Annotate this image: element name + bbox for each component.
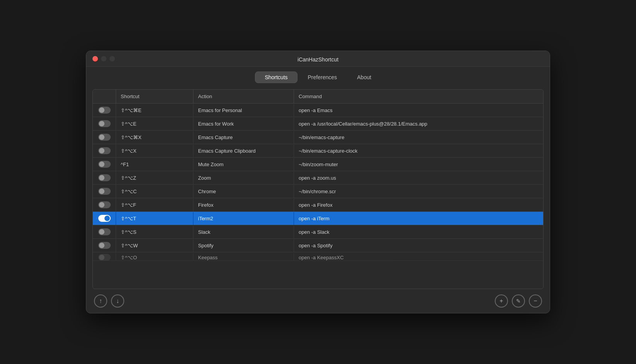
action-value: iTerm2: [193, 212, 294, 225]
titlebar: iCanHazShortcut: [86, 51, 550, 67]
command-value: ~/bin/emacs-capture-clock: [294, 145, 543, 157]
app-window: iCanHazShortcut Shortcuts Preferences Ab…: [86, 51, 550, 313]
table-row[interactable]: ⇧^⌥⌘X Emacs Capture ~/bin/emacs-capture: [93, 131, 543, 144]
close-button[interactable]: [92, 56, 98, 61]
command-value: open -a Firefox: [294, 199, 543, 211]
toggle-cell[interactable]: [93, 239, 116, 252]
action-value: Chrome: [193, 185, 294, 198]
shortcut-value: ⇧^⌥W: [116, 239, 193, 252]
tab-about[interactable]: About: [347, 71, 381, 83]
table-row[interactable]: ⇧^⌥X Emacs Capture Clipboard ~/bin/emacs…: [93, 144, 543, 158]
action-value: Mute Zoom: [193, 158, 294, 171]
toggle-switch[interactable]: [98, 215, 111, 222]
action-value: Firefox: [193, 199, 294, 211]
action-value: Keepass: [193, 253, 294, 261]
traffic-lights: [92, 56, 115, 61]
col-command: Command: [294, 90, 543, 103]
col-action: Action: [193, 90, 294, 103]
table-row[interactable]: ⇧^⌥S Slack open -a Slack: [93, 225, 543, 239]
toggle-switch[interactable]: [98, 174, 111, 181]
table-row[interactable]: ⇧^⌥E Emacs for Work open -a /usr/local/C…: [93, 117, 543, 131]
table-row[interactable]: ⇧^⌥Z Zoom open -a zoom.us: [93, 171, 543, 185]
table-row-partial[interactable]: ⇧^⌥O Keepass open -a KeepassXC: [93, 252, 543, 261]
action-value: Emacs for Personal: [193, 104, 294, 117]
action-value: Zoom: [193, 172, 294, 184]
shortcut-value: ⇧^⌥C: [116, 185, 193, 198]
toggle-cell[interactable]: [93, 131, 116, 144]
toggle-cell[interactable]: [93, 212, 116, 225]
command-value: open -a /usr/local/Cellar/emacs-plus@28/…: [294, 117, 543, 130]
toggle-switch[interactable]: [98, 188, 111, 195]
toggle-cell[interactable]: [93, 198, 116, 211]
table-row[interactable]: ^F1 Mute Zoom ~/bin/zoom-muter: [93, 158, 543, 171]
tab-shortcuts[interactable]: Shortcuts: [255, 71, 297, 83]
shortcut-value: ⇧^⌥⌘X: [116, 131, 193, 144]
toggle-cell[interactable]: [93, 185, 116, 198]
command-value: ~/bin/emacs-capture: [294, 131, 543, 144]
edit-button[interactable]: ✎: [512, 294, 525, 308]
table-row[interactable]: ⇧^⌥W Spotify open -a Spotify: [93, 239, 543, 252]
shortcut-value: ⇧^⌥⌘E: [116, 104, 193, 117]
toggle-switch[interactable]: [98, 120, 111, 127]
table-row[interactable]: ⇧^⌥F Firefox open -a Firefox: [93, 198, 543, 212]
shortcut-value: ⇧^⌥S: [116, 226, 193, 238]
move-up-icon: ↑: [99, 298, 102, 304]
table-header: Shortcut Action Command: [93, 90, 543, 104]
move-down-button[interactable]: ↓: [111, 294, 124, 308]
add-icon: +: [499, 298, 503, 304]
command-value: open -a iTerm: [294, 212, 543, 225]
maximize-button[interactable]: [109, 56, 115, 61]
remove-icon: −: [533, 298, 537, 304]
toggle-cell[interactable]: [93, 117, 116, 130]
table-row-selected[interactable]: ⇧^⌥T iTerm2 open -a iTerm: [93, 212, 543, 225]
command-value: open -a KeepassXC: [294, 253, 543, 261]
command-value: ~/bin/zoom-muter: [294, 158, 543, 171]
toggle-cell[interactable]: [93, 171, 116, 184]
shortcuts-table: Shortcut Action Command ⇧^⌥⌘E Emacs for …: [92, 89, 544, 289]
shortcut-value: ⇧^⌥F: [116, 199, 193, 211]
tab-bar: Shortcuts Preferences About: [86, 67, 550, 89]
command-value: open -a Spotify: [294, 239, 543, 252]
table-row[interactable]: ⇧^⌥⌘E Emacs for Personal open -a Emacs: [93, 104, 543, 117]
toolbar-left: ↑ ↓: [94, 294, 124, 308]
toolbar: ↑ ↓ + ✎ −: [92, 289, 544, 313]
command-value: ~/bin/chrome.scr: [294, 185, 543, 198]
action-value: Spotify: [193, 239, 294, 252]
toggle-switch[interactable]: [98, 242, 111, 249]
toggle-switch[interactable]: [98, 201, 111, 208]
toggle-cell[interactable]: [93, 225, 116, 238]
col-shortcut: Shortcut: [116, 90, 193, 103]
shortcut-value: ⇧^⌥Z: [116, 172, 193, 184]
shortcut-value: ^F1: [116, 158, 193, 171]
move-up-button[interactable]: ↑: [94, 294, 107, 308]
col-toggle: [93, 90, 116, 103]
table-body: ⇧^⌥⌘E Emacs for Personal open -a Emacs ⇧…: [93, 104, 543, 289]
toggle-switch[interactable]: [98, 254, 111, 261]
toggle-switch[interactable]: [98, 228, 111, 235]
toggle-switch[interactable]: [98, 134, 111, 141]
action-value: Emacs for Work: [193, 117, 294, 130]
toggle-cell[interactable]: [93, 158, 116, 171]
toggle-switch[interactable]: [98, 161, 111, 168]
shortcut-value: ⇧^⌥T: [116, 212, 193, 225]
shortcut-value: ⇧^⌥E: [116, 117, 193, 130]
command-value: open -a Slack: [294, 226, 543, 238]
toggle-switch[interactable]: [98, 107, 111, 114]
toggle-cell[interactable]: [93, 144, 116, 157]
minimize-button[interactable]: [101, 56, 106, 61]
main-content: Shortcut Action Command ⇧^⌥⌘E Emacs for …: [86, 89, 550, 313]
command-value: open -a zoom.us: [294, 172, 543, 184]
table-row[interactable]: ⇧^⌥C Chrome ~/bin/chrome.scr: [93, 185, 543, 198]
toolbar-right: + ✎ −: [495, 294, 542, 308]
toggle-cell[interactable]: [93, 252, 116, 261]
add-button[interactable]: +: [495, 294, 508, 308]
toggle-switch[interactable]: [98, 147, 111, 154]
command-value: open -a Emacs: [294, 104, 543, 117]
edit-icon: ✎: [516, 298, 521, 304]
tab-preferences[interactable]: Preferences: [298, 71, 347, 83]
remove-button[interactable]: −: [529, 294, 542, 308]
shortcut-value: ⇧^⌥X: [116, 145, 193, 157]
toggle-cell[interactable]: [93, 104, 116, 117]
shortcut-value: ⇧^⌥O: [116, 253, 193, 261]
action-value: Emacs Capture Clipboard: [193, 145, 294, 157]
